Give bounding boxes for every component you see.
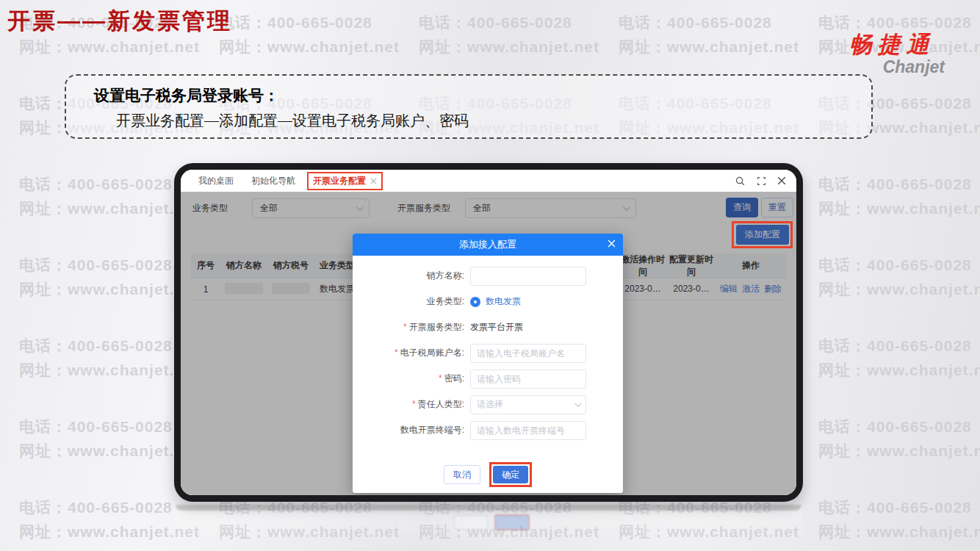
note-heading: 设置电子税务局登录账号： <box>94 85 871 106</box>
ok-button-annotation-box: 确定 <box>489 462 532 487</box>
tab-invoice-config-annotation: 开票业务配置 <box>307 172 383 190</box>
field-password: *密码: <box>353 366 623 392</box>
watermark-text: 电话：400-665-0028网址：www.chanjet.net <box>818 414 980 495</box>
watermark-text: 电话：400-665-0028网址：www.chanjet.net <box>219 495 419 551</box>
note-body: 开票业务配置—添加配置—设置电子税务局账户、密码 <box>116 111 871 131</box>
window-content: 业务类型 全部 开票服务类型 全部 查询 重置 添加配置 <box>181 192 796 495</box>
cancel-button[interactable]: 取消 <box>444 465 480 484</box>
instruction-note-box: 设置电子税务局登录账号： 开票业务配置—添加配置—设置电子税务局账户、密码 <box>65 74 873 139</box>
slide-page: 电话：400-665-0028网址：www.chanjet.net电话：400-… <box>0 0 980 551</box>
watermark-text: 电话：400-665-0028网址：www.chanjet.net <box>419 495 619 551</box>
field-seller-name: 销方名称: <box>353 263 623 289</box>
page-title: 开票——新发票管理 <box>7 6 232 37</box>
watermark-text: 电话：400-665-0028网址：www.chanjet.net <box>818 253 980 334</box>
app-window: 我的桌面 初始化导航 开票业务配置 <box>181 170 796 495</box>
field-tax-account-label: *电子税局账户名: <box>353 347 470 359</box>
fullscreen-icon[interactable] <box>757 176 766 186</box>
terminal-no-input[interactable] <box>470 421 586 440</box>
watermark-text: 电话：400-665-0028网址：www.chanjet.net <box>619 495 818 551</box>
field-seller-name-label: 销方名称: <box>353 270 470 282</box>
business-type-radio-label[interactable]: 数电发票 <box>486 295 521 308</box>
watermark-text: 电话：400-665-0028网址：www.chanjet.net <box>818 495 980 551</box>
reflection-cancel-button <box>454 515 488 530</box>
modal-close-icon[interactable] <box>608 239 616 250</box>
close-icon[interactable] <box>777 176 786 185</box>
chanjet-logo: 畅捷通 Chanjet <box>849 29 945 77</box>
person-type-select[interactable]: 请选择 <box>470 395 586 414</box>
tab-bar: 我的桌面 初始化导航 开票业务配置 <box>181 170 796 192</box>
tab-invoice-config[interactable]: 开票业务配置 <box>313 175 366 187</box>
field-business-type-label: 业务类型: <box>353 295 470 308</box>
radio-selected-icon[interactable] <box>470 297 480 307</box>
tab-my-desktop[interactable]: 我的桌面 <box>190 175 242 187</box>
logo-en-text: Chanjet <box>883 57 945 77</box>
seller-name-input[interactable] <box>470 267 586 286</box>
field-service-type: *开票服务类型: 发票平台开票 <box>353 314 623 340</box>
watermark-text: 电话：400-665-0028网址：www.chanjet.net <box>818 334 980 414</box>
reflection-ok-button <box>494 514 530 530</box>
ok-button[interactable]: 确定 <box>493 466 528 483</box>
field-service-type-label: *开票服务类型: <box>353 321 470 334</box>
tax-account-input[interactable] <box>470 344 586 363</box>
logo-cn-text: 畅捷通 <box>849 29 945 60</box>
tab-close-icon[interactable] <box>370 178 377 184</box>
modal-header: 添加接入配置 <box>353 234 623 256</box>
modal-footer: 取消 确定 <box>353 461 623 493</box>
modal-body: 销方名称: 业务类型: 数电发票 *开票服务类型: <box>353 256 623 461</box>
person-type-placeholder: 请选择 <box>477 398 503 411</box>
chevron-down-icon <box>574 400 582 407</box>
field-terminal-no-label: 数电开票终端号: <box>353 424 470 436</box>
watermark-text: 电话：400-665-0028网址：www.chanjet.net <box>19 495 219 551</box>
field-tax-account: *电子税局账户名: <box>353 340 623 366</box>
add-config-modal: 添加接入配置 销方名称: 业务类型: <box>353 234 623 493</box>
service-type-value[interactable]: 发票平台开票 <box>470 321 523 334</box>
app-window-frame: 我的桌面 初始化导航 开票业务配置 <box>174 163 803 502</box>
field-password-label: *密码: <box>353 372 470 385</box>
field-terminal-no: 数电开票终端号: <box>353 417 623 443</box>
field-business-type: 业务类型: 数电发票 <box>353 289 623 314</box>
watermark-text: 电话：400-665-0028网址：www.chanjet.net <box>818 172 980 253</box>
search-icon[interactable] <box>735 176 746 187</box>
window-controls <box>735 176 786 187</box>
field-person-type-label: *责任人类型: <box>353 398 470 411</box>
tab-init-nav[interactable]: 初始化导航 <box>242 175 304 187</box>
modal-title: 添加接入配置 <box>459 238 516 251</box>
field-person-type: *责任人类型: 请选择 <box>353 392 623 417</box>
reflection-frame-bar <box>176 505 801 511</box>
window-reflection <box>174 505 803 549</box>
password-input[interactable] <box>470 370 586 389</box>
